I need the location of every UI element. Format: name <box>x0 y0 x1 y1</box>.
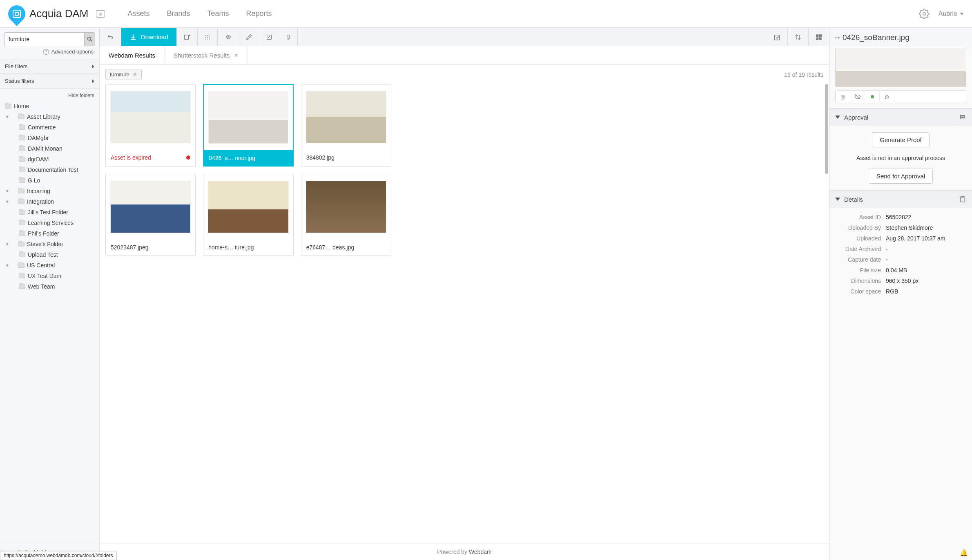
nav-assets[interactable]: Assets <box>128 9 150 18</box>
generate-proof-button[interactable]: Generate Proof <box>872 132 930 147</box>
check-button[interactable] <box>767 28 788 46</box>
tree-item[interactable]: Integration <box>0 196 99 207</box>
tree-root[interactable]: Home <box>0 101 99 111</box>
tree-item[interactable]: Commerce <box>0 122 99 133</box>
folder-icon <box>19 157 25 162</box>
svg-point-24 <box>961 116 962 117</box>
detail-label: Capture date <box>837 256 886 263</box>
tab-shutterstock[interactable]: Shutterstock Results ✕ <box>165 46 248 64</box>
gear-icon[interactable] <box>919 9 930 19</box>
visibility-off-icon[interactable] <box>850 91 865 103</box>
status-filters[interactable]: Status filters <box>0 74 99 89</box>
edit-note-button[interactable] <box>259 28 279 46</box>
tree-item[interactable]: DAMit Monan <box>0 143 99 154</box>
search-input[interactable] <box>4 33 84 46</box>
approval-note: Asset is not in an approval process <box>856 155 945 161</box>
tree-item[interactable]: Phil's Folder <box>0 228 99 239</box>
tree-item-label: Phil's Folder <box>28 230 59 237</box>
asset-preview[interactable] <box>835 48 966 87</box>
result-tabs: Webdam Results Shutterstock Results ✕ <box>100 46 829 65</box>
tree-item-label: Jill's Test Folder <box>28 209 68 216</box>
camera-icon: ◎ <box>96 10 105 18</box>
send-approval-button[interactable]: Send for Approval <box>869 169 933 184</box>
details-section-header[interactable]: Details <box>829 191 972 208</box>
asset-card[interactable]: 0426_s… nner.jpg <box>203 84 293 167</box>
approval-section-header[interactable]: Approval <box>829 109 972 126</box>
close-icon[interactable]: ✕ <box>133 71 137 78</box>
user-menu[interactable]: Aubrie <box>939 10 964 18</box>
asset-card[interactable]: home-s… ture.jpg <box>203 174 293 256</box>
hide-folders[interactable]: Hide folders <box>0 89 99 101</box>
sidebar: ? Advanced options File filters Status f… <box>0 28 100 560</box>
advanced-options[interactable]: ? Advanced options <box>4 46 95 55</box>
close-icon[interactable]: ✕ <box>234 52 239 58</box>
folder-icon <box>19 273 25 278</box>
toolbar: Download <box>100 28 829 46</box>
svg-point-0 <box>923 12 926 15</box>
undo-button[interactable] <box>100 28 121 46</box>
asset-card[interactable]: 52023487.jpeg <box>105 174 196 256</box>
arrow-icon: ↦ <box>835 34 840 41</box>
svg-point-6 <box>209 35 210 36</box>
tree-item[interactable]: Jill's Test Folder <box>0 207 99 218</box>
preview-button[interactable] <box>218 28 239 46</box>
detail-value: - <box>886 256 888 263</box>
grid-view-button[interactable] <box>809 28 829 46</box>
scrollbar[interactable] <box>824 84 828 527</box>
clipboard-icon[interactable] <box>959 196 966 203</box>
help-icon: ? <box>43 49 49 55</box>
svg-point-7 <box>205 37 206 38</box>
tree-item[interactable]: Web Team <box>0 281 99 292</box>
asset-card[interactable]: 384802.jpg <box>301 84 391 167</box>
tree-item[interactable]: Documentation Test <box>0 164 99 175</box>
tab-webdam[interactable]: Webdam Results <box>100 46 165 64</box>
expand-icon <box>7 189 9 193</box>
user-name: Aubrie <box>939 10 957 18</box>
folder-icon <box>19 136 25 140</box>
edit-button[interactable] <box>239 28 259 46</box>
nav-brands[interactable]: Brands <box>167 9 190 18</box>
sort-button[interactable] <box>788 28 809 46</box>
svg-point-26 <box>963 116 964 117</box>
tree-item[interactable]: dgrDAM <box>0 154 99 164</box>
chip-furniture[interactable]: furniture ✕ <box>105 69 142 80</box>
tree-item[interactable]: DAMgbr <box>0 133 99 143</box>
detail-label: Dimensions <box>837 278 886 284</box>
asset-card[interactable]: Asset is expired <box>105 84 196 167</box>
camera-icon[interactable]: ◎ <box>836 91 850 103</box>
rss-icon[interactable] <box>880 91 894 103</box>
svg-point-12 <box>209 38 210 39</box>
tree-item[interactable]: US Central <box>0 260 99 271</box>
footer: Powered by Webdam <box>100 543 829 560</box>
tree-item-label: DAMgbr <box>28 135 49 141</box>
brand-logo[interactable]: Acquia DAM ◎ <box>8 5 105 22</box>
asset-grid: Asset is expired0426_s… nner.jpg384802.j… <box>105 84 391 256</box>
mobile-button[interactable] <box>279 28 298 46</box>
pencil-icon <box>246 34 252 40</box>
tree-item[interactable]: UX Test Dam <box>0 271 99 281</box>
tree-item[interactable]: Incoming <box>0 186 99 196</box>
comment-icon[interactable] <box>959 113 966 121</box>
tree-item[interactable]: Asset Library <box>0 111 99 122</box>
file-filters[interactable]: File filters <box>0 59 99 74</box>
nav-teams[interactable]: Teams <box>207 9 229 18</box>
logo-icon <box>4 2 29 26</box>
grid-small-button[interactable] <box>198 28 218 46</box>
tree-item[interactable]: G Lo <box>0 175 99 186</box>
expand-icon <box>7 264 9 267</box>
tree-item[interactable]: Learning Services <box>0 218 99 228</box>
search-button[interactable] <box>84 33 95 46</box>
asset-card[interactable]: e76487… deas.jpg <box>301 174 391 256</box>
tree-item[interactable]: Steve's Folder <box>0 239 99 249</box>
tree-item[interactable]: Upload Test <box>0 249 99 260</box>
export-button[interactable] <box>177 28 198 46</box>
bell-icon[interactable]: 🔔 <box>960 549 968 557</box>
detail-row: UploadedAug 28, 2017 10:37 am <box>837 233 965 244</box>
folder-icon <box>19 252 25 257</box>
tree-item-label: Learning Services <box>28 220 74 226</box>
svg-line-2 <box>90 40 92 42</box>
nav-reports[interactable]: Reports <box>246 9 272 18</box>
download-button[interactable]: Download <box>121 28 177 46</box>
top-nav: Acquia DAM ◎ Assets Brands Teams Reports… <box>0 0 972 28</box>
folder-icon <box>18 242 25 247</box>
